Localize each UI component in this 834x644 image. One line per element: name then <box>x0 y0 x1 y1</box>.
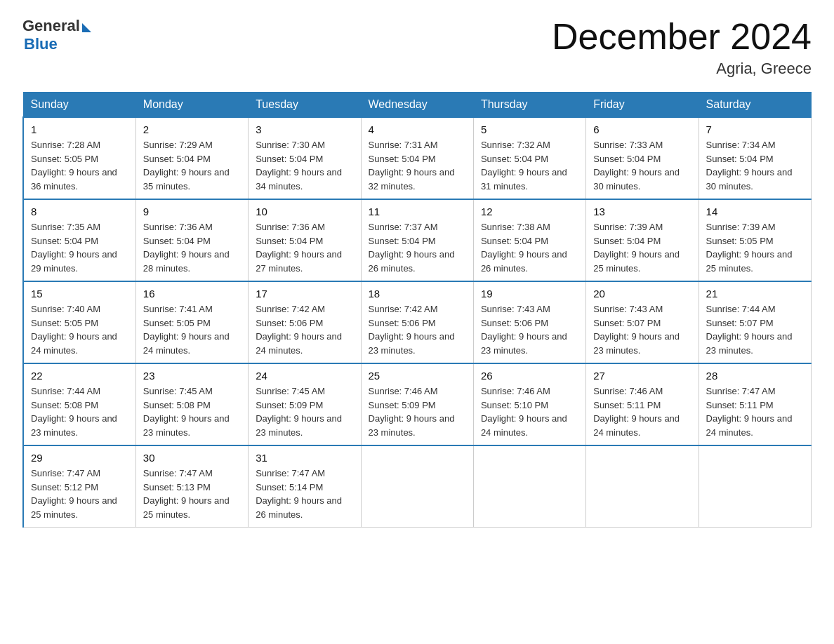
calendar-cell: 30Sunrise: 7:47 AMSunset: 5:13 PMDayligh… <box>135 445 248 528</box>
calendar-cell: 28Sunrise: 7:47 AMSunset: 5:11 PMDayligh… <box>699 363 811 445</box>
day-number: 13 <box>593 206 691 217</box>
calendar-cell: 27Sunrise: 7:46 AMSunset: 5:11 PMDayligh… <box>586 363 699 445</box>
day-info: Sunrise: 7:47 AMSunset: 5:13 PMDaylight:… <box>143 467 241 521</box>
day-number: 12 <box>481 206 578 217</box>
day-number: 7 <box>706 123 804 135</box>
day-number: 1 <box>31 123 128 135</box>
calendar-header-row: SundayMondayTuesdayWednesdayThursdayFrid… <box>23 93 812 118</box>
day-number: 25 <box>369 370 466 382</box>
calendar-cell: 15Sunrise: 7:40 AMSunset: 5:05 PMDayligh… <box>23 281 135 363</box>
day-number: 31 <box>256 452 353 464</box>
day-info: Sunrise: 7:44 AMSunset: 5:07 PMDaylight:… <box>706 302 804 357</box>
day-number: 27 <box>593 370 691 382</box>
day-info: Sunrise: 7:39 AMSunset: 5:04 PMDaylight:… <box>593 220 691 275</box>
calendar-week-row: 15Sunrise: 7:40 AMSunset: 5:05 PMDayligh… <box>23 281 812 363</box>
calendar-cell: 20Sunrise: 7:43 AMSunset: 5:07 PMDayligh… <box>586 281 699 363</box>
day-number: 10 <box>256 206 353 217</box>
calendar-cell: 10Sunrise: 7:36 AMSunset: 5:04 PMDayligh… <box>249 199 361 281</box>
calendar-cell: 24Sunrise: 7:45 AMSunset: 5:09 PMDayligh… <box>249 363 361 445</box>
day-number: 5 <box>481 123 578 135</box>
day-info: Sunrise: 7:43 AMSunset: 5:07 PMDaylight:… <box>593 302 691 357</box>
calendar-title: December 2024 <box>552 17 812 57</box>
day-number: 19 <box>481 288 578 300</box>
logo-arrow-icon <box>82 23 91 32</box>
calendar-cell: 2Sunrise: 7:29 AMSunset: 5:04 PMDaylight… <box>135 117 248 199</box>
day-info: Sunrise: 7:37 AMSunset: 5:04 PMDaylight:… <box>369 220 466 275</box>
day-info: Sunrise: 7:41 AMSunset: 5:05 PMDaylight:… <box>143 302 241 357</box>
day-info: Sunrise: 7:42 AMSunset: 5:06 PMDaylight:… <box>256 302 353 357</box>
day-info: Sunrise: 7:47 AMSunset: 5:14 PMDaylight:… <box>256 467 353 521</box>
column-header-wednesday: Wednesday <box>361 93 473 118</box>
calendar-cell: 21Sunrise: 7:44 AMSunset: 5:07 PMDayligh… <box>699 281 811 363</box>
calendar-table: SundayMondayTuesdayWednesdayThursdayFrid… <box>22 92 812 528</box>
logo: General Blue <box>22 17 91 53</box>
calendar-cell: 4Sunrise: 7:31 AMSunset: 5:04 PMDaylight… <box>361 117 473 199</box>
calendar-cell: 25Sunrise: 7:46 AMSunset: 5:09 PMDayligh… <box>361 363 473 445</box>
day-number: 9 <box>143 206 241 217</box>
day-number: 4 <box>369 123 466 135</box>
day-info: Sunrise: 7:47 AMSunset: 5:11 PMDaylight:… <box>706 384 804 439</box>
day-number: 6 <box>593 123 691 135</box>
day-info: Sunrise: 7:31 AMSunset: 5:04 PMDaylight:… <box>369 138 466 193</box>
day-info: Sunrise: 7:45 AMSunset: 5:08 PMDaylight:… <box>143 384 241 439</box>
day-info: Sunrise: 7:46 AMSunset: 5:09 PMDaylight:… <box>369 384 466 439</box>
calendar-cell: 8Sunrise: 7:35 AMSunset: 5:04 PMDaylight… <box>23 199 135 281</box>
day-number: 30 <box>143 452 241 464</box>
day-info: Sunrise: 7:34 AMSunset: 5:04 PMDaylight:… <box>706 138 804 193</box>
calendar-cell: 22Sunrise: 7:44 AMSunset: 5:08 PMDayligh… <box>23 363 135 445</box>
day-info: Sunrise: 7:36 AMSunset: 5:04 PMDaylight:… <box>256 220 353 275</box>
calendar-cell: 3Sunrise: 7:30 AMSunset: 5:04 PMDaylight… <box>249 117 361 199</box>
day-info: Sunrise: 7:33 AMSunset: 5:04 PMDaylight:… <box>593 138 691 193</box>
calendar-cell: 1Sunrise: 7:28 AMSunset: 5:05 PMDaylight… <box>23 117 135 199</box>
calendar-cell: 14Sunrise: 7:39 AMSunset: 5:05 PMDayligh… <box>699 199 811 281</box>
day-number: 23 <box>143 370 241 382</box>
calendar-week-row: 1Sunrise: 7:28 AMSunset: 5:05 PMDaylight… <box>23 117 812 199</box>
calendar-week-row: 8Sunrise: 7:35 AMSunset: 5:04 PMDaylight… <box>23 199 812 281</box>
column-header-sunday: Sunday <box>23 93 135 118</box>
calendar-cell <box>699 445 811 528</box>
day-number: 18 <box>369 288 466 300</box>
day-number: 2 <box>143 123 241 135</box>
day-number: 20 <box>593 288 691 300</box>
day-number: 8 <box>31 206 128 217</box>
day-number: 22 <box>31 370 128 382</box>
day-info: Sunrise: 7:46 AMSunset: 5:11 PMDaylight:… <box>593 384 691 439</box>
day-info: Sunrise: 7:35 AMSunset: 5:04 PMDaylight:… <box>31 220 128 275</box>
calendar-cell <box>473 445 585 528</box>
calendar-cell: 7Sunrise: 7:34 AMSunset: 5:04 PMDaylight… <box>699 117 811 199</box>
calendar-cell: 18Sunrise: 7:42 AMSunset: 5:06 PMDayligh… <box>361 281 473 363</box>
day-number: 14 <box>706 206 804 217</box>
calendar-week-row: 29Sunrise: 7:47 AMSunset: 5:12 PMDayligh… <box>23 445 812 528</box>
calendar-subtitle: Agria, Greece <box>552 60 812 78</box>
day-info: Sunrise: 7:44 AMSunset: 5:08 PMDaylight:… <box>31 384 128 439</box>
column-header-monday: Monday <box>135 93 248 118</box>
column-header-thursday: Thursday <box>473 93 585 118</box>
title-area: December 2024 Agria, Greece <box>552 17 812 78</box>
logo-general: General <box>22 17 80 35</box>
day-info: Sunrise: 7:30 AMSunset: 5:04 PMDaylight:… <box>256 138 353 193</box>
calendar-cell: 13Sunrise: 7:39 AMSunset: 5:04 PMDayligh… <box>586 199 699 281</box>
day-number: 24 <box>256 370 353 382</box>
day-number: 26 <box>481 370 578 382</box>
logo-blue: Blue <box>24 35 58 53</box>
day-info: Sunrise: 7:36 AMSunset: 5:04 PMDaylight:… <box>143 220 241 275</box>
day-info: Sunrise: 7:32 AMSunset: 5:04 PMDaylight:… <box>481 138 578 193</box>
day-number: 16 <box>143 288 241 300</box>
calendar-cell: 19Sunrise: 7:43 AMSunset: 5:06 PMDayligh… <box>473 281 585 363</box>
day-number: 3 <box>256 123 353 135</box>
column-header-tuesday: Tuesday <box>249 93 361 118</box>
day-number: 21 <box>706 288 804 300</box>
day-info: Sunrise: 7:46 AMSunset: 5:10 PMDaylight:… <box>481 384 578 439</box>
day-number: 15 <box>31 288 128 300</box>
calendar-week-row: 22Sunrise: 7:44 AMSunset: 5:08 PMDayligh… <box>23 363 812 445</box>
day-info: Sunrise: 7:38 AMSunset: 5:04 PMDaylight:… <box>481 220 578 275</box>
day-info: Sunrise: 7:39 AMSunset: 5:05 PMDaylight:… <box>706 220 804 275</box>
day-number: 11 <box>369 206 466 217</box>
page-header: General Blue December 2024 Agria, Greece <box>22 17 812 78</box>
calendar-cell: 17Sunrise: 7:42 AMSunset: 5:06 PMDayligh… <box>249 281 361 363</box>
day-number: 29 <box>31 452 128 464</box>
calendar-cell: 29Sunrise: 7:47 AMSunset: 5:12 PMDayligh… <box>23 445 135 528</box>
day-info: Sunrise: 7:40 AMSunset: 5:05 PMDaylight:… <box>31 302 128 357</box>
calendar-cell: 23Sunrise: 7:45 AMSunset: 5:08 PMDayligh… <box>135 363 248 445</box>
calendar-cell: 12Sunrise: 7:38 AMSunset: 5:04 PMDayligh… <box>473 199 585 281</box>
